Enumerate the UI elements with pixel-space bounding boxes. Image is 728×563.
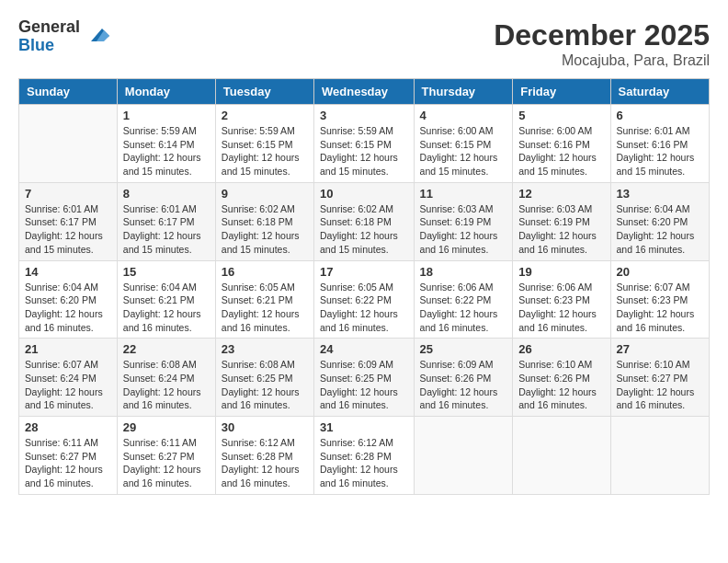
- calendar-cell: 18Sunrise: 6:06 AM Sunset: 6:22 PM Dayli…: [414, 260, 513, 339]
- calendar-cell: 27Sunrise: 6:10 AM Sunset: 6:27 PM Dayli…: [610, 339, 709, 417]
- day-info: Sunrise: 6:06 AM Sunset: 6:23 PM Dayligh…: [518, 281, 604, 335]
- day-info: Sunrise: 6:11 AM Sunset: 6:27 PM Dayligh…: [25, 436, 111, 490]
- day-info: Sunrise: 6:08 AM Sunset: 6:24 PM Dayligh…: [123, 358, 210, 412]
- day-info: Sunrise: 5:59 AM Sunset: 6:15 PM Dayligh…: [222, 124, 308, 178]
- day-number: 10: [320, 187, 408, 201]
- day-number: 23: [222, 342, 308, 356]
- calendar-cell: [610, 417, 709, 495]
- logo: General Blue: [18, 18, 111, 55]
- weekday-header-monday: Monday: [117, 79, 215, 105]
- logo-blue: Blue: [18, 37, 80, 55]
- calendar-cell: 23Sunrise: 6:08 AM Sunset: 6:25 PM Dayli…: [215, 339, 313, 417]
- day-number: 4: [420, 109, 507, 122]
- calendar-cell: 8Sunrise: 6:01 AM Sunset: 6:17 PM Daylig…: [117, 182, 215, 260]
- calendar-cell: 19Sunrise: 6:06 AM Sunset: 6:23 PM Dayli…: [513, 260, 610, 339]
- calendar-cell: 4Sunrise: 6:00 AM Sunset: 6:15 PM Daylig…: [414, 105, 513, 183]
- day-number: 12: [518, 187, 604, 201]
- calendar-cell: 28Sunrise: 6:11 AM Sunset: 6:27 PM Dayli…: [19, 417, 118, 495]
- title-area: December 2025 Mocajuba, Para, Brazil: [494, 18, 710, 69]
- day-info: Sunrise: 6:02 AM Sunset: 6:18 PM Dayligh…: [320, 202, 408, 257]
- day-number: 31: [320, 420, 408, 434]
- day-info: Sunrise: 6:01 AM Sunset: 6:16 PM Dayligh…: [617, 124, 703, 178]
- weekday-header-saturday: Saturday: [610, 79, 709, 105]
- calendar-cell: 14Sunrise: 6:04 AM Sunset: 6:20 PM Dayli…: [19, 260, 118, 339]
- calendar-cell: 7Sunrise: 6:01 AM Sunset: 6:17 PM Daylig…: [19, 182, 118, 260]
- day-info: Sunrise: 6:11 AM Sunset: 6:27 PM Dayligh…: [123, 436, 210, 490]
- day-info: Sunrise: 6:12 AM Sunset: 6:28 PM Dayligh…: [320, 436, 408, 490]
- weekday-header-sunday: Sunday: [19, 79, 118, 105]
- day-info: Sunrise: 6:03 AM Sunset: 6:19 PM Dayligh…: [420, 202, 507, 257]
- calendar-cell: 3Sunrise: 5:59 AM Sunset: 6:15 PM Daylig…: [314, 105, 415, 183]
- day-info: Sunrise: 6:06 AM Sunset: 6:22 PM Dayligh…: [420, 281, 507, 335]
- calendar-cell: 16Sunrise: 6:05 AM Sunset: 6:21 PM Dayli…: [215, 260, 313, 339]
- calendar-cell: 30Sunrise: 6:12 AM Sunset: 6:28 PM Dayli…: [215, 417, 313, 495]
- calendar-cell: 12Sunrise: 6:03 AM Sunset: 6:19 PM Dayli…: [513, 182, 610, 260]
- day-number: 14: [25, 265, 111, 279]
- day-info: Sunrise: 6:12 AM Sunset: 6:28 PM Dayligh…: [222, 436, 308, 490]
- weekday-header-row: SundayMondayTuesdayWednesdayThursdayFrid…: [19, 79, 710, 105]
- day-number: 30: [222, 420, 308, 434]
- calendar-cell: 2Sunrise: 5:59 AM Sunset: 6:15 PM Daylig…: [215, 105, 313, 183]
- day-number: 21: [25, 342, 111, 356]
- calendar-cell: 20Sunrise: 6:07 AM Sunset: 6:23 PM Dayli…: [610, 260, 709, 339]
- calendar-week-row: 21Sunrise: 6:07 AM Sunset: 6:24 PM Dayli…: [19, 339, 710, 417]
- page-header: General Blue December 2025 Mocajuba, Par…: [18, 18, 710, 69]
- calendar-cell: 11Sunrise: 6:03 AM Sunset: 6:19 PM Dayli…: [414, 182, 513, 260]
- day-number: 9: [222, 187, 308, 201]
- logo-icon: [84, 21, 111, 52]
- day-info: Sunrise: 6:07 AM Sunset: 6:24 PM Dayligh…: [25, 358, 111, 412]
- calendar-cell: 24Sunrise: 6:09 AM Sunset: 6:25 PM Dayli…: [314, 339, 415, 417]
- day-number: 24: [320, 342, 408, 356]
- day-info: Sunrise: 6:01 AM Sunset: 6:17 PM Dayligh…: [25, 202, 111, 257]
- calendar-cell: 31Sunrise: 6:12 AM Sunset: 6:28 PM Dayli…: [314, 417, 415, 495]
- day-info: Sunrise: 6:10 AM Sunset: 6:27 PM Dayligh…: [617, 358, 703, 412]
- day-info: Sunrise: 6:04 AM Sunset: 6:21 PM Dayligh…: [123, 281, 210, 335]
- day-info: Sunrise: 5:59 AM Sunset: 6:14 PM Dayligh…: [123, 124, 210, 178]
- calendar-cell: 26Sunrise: 6:10 AM Sunset: 6:26 PM Dayli…: [513, 339, 610, 417]
- calendar-cell: 13Sunrise: 6:04 AM Sunset: 6:20 PM Dayli…: [610, 182, 709, 260]
- day-number: 18: [420, 265, 507, 279]
- day-number: 11: [420, 187, 507, 201]
- calendar-cell: 25Sunrise: 6:09 AM Sunset: 6:26 PM Dayli…: [414, 339, 513, 417]
- day-info: Sunrise: 6:05 AM Sunset: 6:22 PM Dayligh…: [320, 281, 408, 335]
- day-number: 25: [420, 342, 507, 356]
- day-number: 3: [320, 109, 408, 122]
- logo-general: General: [18, 18, 80, 37]
- calendar-cell: 29Sunrise: 6:11 AM Sunset: 6:27 PM Dayli…: [117, 417, 215, 495]
- day-info: Sunrise: 5:59 AM Sunset: 6:15 PM Dayligh…: [320, 124, 408, 178]
- calendar-cell: 17Sunrise: 6:05 AM Sunset: 6:22 PM Dayli…: [314, 260, 415, 339]
- day-number: 1: [123, 109, 210, 122]
- calendar-cell: 21Sunrise: 6:07 AM Sunset: 6:24 PM Dayli…: [19, 339, 118, 417]
- weekday-header-friday: Friday: [513, 79, 610, 105]
- day-number: 7: [25, 187, 111, 201]
- calendar-week-row: 7Sunrise: 6:01 AM Sunset: 6:17 PM Daylig…: [19, 182, 710, 260]
- calendar-cell: 15Sunrise: 6:04 AM Sunset: 6:21 PM Dayli…: [117, 260, 215, 339]
- calendar-cell: 1Sunrise: 5:59 AM Sunset: 6:14 PM Daylig…: [117, 105, 215, 183]
- day-info: Sunrise: 6:02 AM Sunset: 6:18 PM Dayligh…: [222, 202, 308, 257]
- day-number: 22: [123, 342, 210, 356]
- day-number: 27: [617, 342, 703, 356]
- calendar-cell: 5Sunrise: 6:00 AM Sunset: 6:16 PM Daylig…: [513, 105, 610, 183]
- day-info: Sunrise: 6:01 AM Sunset: 6:17 PM Dayligh…: [123, 202, 210, 257]
- calendar-cell: 10Sunrise: 6:02 AM Sunset: 6:18 PM Dayli…: [314, 182, 415, 260]
- day-number: 20: [617, 265, 703, 279]
- day-number: 6: [617, 109, 703, 122]
- calendar-week-row: 28Sunrise: 6:11 AM Sunset: 6:27 PM Dayli…: [19, 417, 710, 495]
- day-number: 26: [518, 342, 604, 356]
- day-info: Sunrise: 6:00 AM Sunset: 6:16 PM Dayligh…: [518, 124, 604, 178]
- day-number: 29: [123, 420, 210, 434]
- calendar-cell: [414, 417, 513, 495]
- day-info: Sunrise: 6:05 AM Sunset: 6:21 PM Dayligh…: [222, 281, 308, 335]
- day-number: 15: [123, 265, 210, 279]
- calendar-table: SundayMondayTuesdayWednesdayThursdayFrid…: [18, 78, 710, 495]
- location: Mocajuba, Para, Brazil: [494, 52, 710, 69]
- day-number: 19: [518, 265, 604, 279]
- day-info: Sunrise: 6:03 AM Sunset: 6:19 PM Dayligh…: [518, 202, 604, 257]
- calendar-cell: 22Sunrise: 6:08 AM Sunset: 6:24 PM Dayli…: [117, 339, 215, 417]
- weekday-header-thursday: Thursday: [414, 79, 513, 105]
- calendar-week-row: 1Sunrise: 5:59 AM Sunset: 6:14 PM Daylig…: [19, 105, 710, 183]
- day-number: 5: [518, 109, 604, 122]
- day-number: 16: [222, 265, 308, 279]
- day-number: 28: [25, 420, 111, 434]
- weekday-header-tuesday: Tuesday: [215, 79, 313, 105]
